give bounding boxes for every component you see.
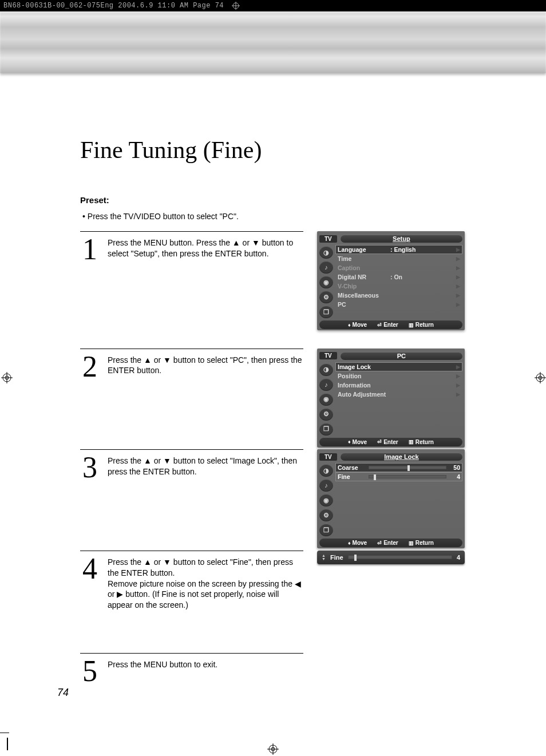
osd-tv-tab: TV (319, 235, 337, 243)
osd-footer: ♦Move ⏎Enter ▥Return (319, 320, 462, 329)
enter-icon: ⏎ (377, 540, 382, 546)
osd-title: Image Lock (341, 453, 462, 461)
osd-sidebar-icons: ◑ ♪ ◉ ⚙ ❐ (319, 463, 333, 536)
chevron-right-icon: ▶ (456, 247, 460, 252)
step-1: 1 Press the MENU button. Press the ▲ or … (80, 231, 303, 262)
coarse-slider (369, 466, 446, 469)
step-text: Press the ▲ or ▼ button to select "Image… (108, 454, 302, 477)
crop-mark-icon (7, 733, 24, 750)
register-mark-icon (267, 743, 278, 754)
osd-tv-tab: TV (319, 453, 337, 461)
fine-label: Fine (330, 554, 343, 561)
osd-fine-bar: ▲▼ Fine 4 (317, 551, 465, 564)
picture-icon: ◑ (319, 464, 333, 477)
enter-icon: ⏎ (377, 439, 382, 445)
title-paren: (Fine) (203, 137, 262, 163)
step-2: 2 Press the ▲ or ▼ button to select "PC"… (80, 349, 303, 379)
fine-value: 4 (457, 554, 460, 561)
step-number: 1 (80, 238, 100, 262)
step-text: Press the ▲ or ▼ button to select "PC", … (108, 354, 302, 377)
return-icon: ▥ (409, 322, 414, 328)
setup-icon: ⚙ (319, 509, 333, 521)
step-number: 5 (80, 659, 100, 683)
pip-icon: ❐ (319, 306, 333, 318)
page-number: 74 (57, 687, 69, 699)
channel-icon: ◉ (319, 276, 333, 288)
osd-title: PC (341, 352, 462, 360)
fine-slider (369, 475, 446, 478)
header-band (0, 11, 546, 73)
step-number: 3 (80, 456, 100, 480)
updown-icon: ▲▼ (322, 554, 326, 561)
title-main: Fine Tuning (80, 137, 197, 163)
updown-icon: ♦ (348, 322, 351, 328)
updown-icon: ♦ (348, 540, 351, 546)
register-mark-icon (535, 372, 545, 382)
sound-icon: ♪ (319, 261, 333, 274)
step-number: 2 (80, 355, 100, 379)
return-icon: ▥ (409, 540, 414, 546)
osd-menu-list: Language: English▶ Time▶ Caption▶ Digita… (335, 245, 462, 318)
step-4: 4 Press the ▲ or ▼ button to select "Fin… (80, 551, 303, 611)
preset-label: Preset: (80, 195, 512, 205)
step-5: 5 Press the MENU button to exit. (80, 653, 303, 683)
chevron-right-icon: ▶ (456, 302, 460, 307)
osd-pc-screenshot: TV PC ◑ ♪ ◉ ⚙ ❐ Image Lock▶ Position▶ In… (317, 349, 465, 448)
step-text: Press the MENU button. Press the ▲ or ▼ … (108, 236, 302, 259)
enter-icon: ⏎ (377, 322, 382, 328)
step-3: 3 Press the ▲ or ▼ button to select "Ima… (80, 449, 303, 480)
chevron-right-icon: ▶ (456, 373, 460, 379)
step-number: 4 (80, 557, 100, 581)
register-mark-icon (232, 2, 240, 10)
osd-menu-list: Coarse 50 Fine 4 (335, 463, 462, 536)
channel-icon: ◉ (319, 494, 333, 506)
osd-setup-screenshot: TV Setup ◑ ♪ ◉ ⚙ ❐ Language: English▶ Ti… (317, 231, 465, 330)
chevron-right-icon: ▶ (456, 256, 460, 262)
osd-menu-list: Image Lock▶ Position▶ Information▶ Auto … (335, 362, 462, 436)
chevron-right-icon: ▶ (456, 283, 460, 289)
fine-slider (348, 555, 452, 559)
pip-icon: ❐ (319, 524, 333, 536)
osd-footer: ♦Move ⏎Enter ▥Return (319, 539, 462, 547)
chevron-right-icon: ▶ (456, 382, 460, 388)
pip-icon: ❐ (319, 423, 333, 436)
osd-sidebar-icons: ◑ ♪ ◉ ⚙ ❐ (319, 245, 333, 318)
channel-icon: ◉ (319, 393, 333, 406)
sound-icon: ♪ (319, 378, 333, 391)
step-text: Press the ▲ or ▼ button to select "Fine"… (108, 556, 302, 611)
chevron-right-icon: ▶ (456, 265, 460, 271)
osd-footer: ♦Move ⏎Enter ▥Return (319, 438, 462, 446)
register-mark-icon (1, 372, 11, 382)
chevron-right-icon: ▶ (456, 292, 460, 298)
picture-icon: ◑ (319, 363, 333, 376)
chevron-right-icon: ▶ (456, 364, 460, 370)
page-title: Fine Tuning (Fine) (80, 136, 512, 164)
preset-bullet: • Press the TV/VIDEO button to select "P… (82, 212, 512, 221)
osd-title: Setup (341, 235, 462, 243)
setup-icon: ⚙ (319, 408, 333, 421)
picture-icon: ◑ (319, 246, 333, 259)
chevron-right-icon: ▶ (456, 274, 460, 280)
osd-imagelock-screenshot: TV Image Lock ◑ ♪ ◉ ⚙ ❐ Coarse (317, 449, 465, 548)
return-icon: ▥ (409, 439, 414, 445)
chevron-right-icon: ▶ (456, 391, 460, 397)
print-header-text: BN68-00631B-00_062-075Eng 2004.6.9 11:0 … (3, 2, 224, 10)
osd-sidebar-icons: ◑ ♪ ◉ ⚙ ❐ (319, 362, 333, 436)
updown-icon: ♦ (348, 439, 351, 445)
step-text: Press the MENU button to exit. (108, 658, 217, 670)
osd-tv-tab: TV (319, 352, 337, 359)
setup-icon: ⚙ (319, 291, 333, 303)
sound-icon: ♪ (319, 479, 333, 492)
print-header: BN68-00631B-00_062-075Eng 2004.6.9 11:0 … (0, 0, 546, 11)
